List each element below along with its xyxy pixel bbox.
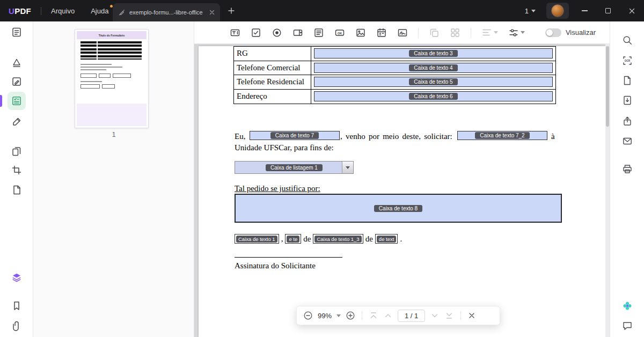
tab-close-icon[interactable]: [209, 10, 215, 15]
account-button[interactable]: [546, 3, 569, 19]
list-box-field[interactable]: Caixa de listagem 1: [235, 161, 354, 174]
checkbox-tool-icon[interactable]: [251, 27, 261, 38]
listbox-dropdown-button[interactable]: [342, 162, 353, 173]
text-field[interactable]: Caixa de texto 7_2: [457, 131, 547, 140]
menu-ajuda[interactable]: Ajuda: [91, 7, 108, 15]
first-page-button[interactable]: [369, 311, 378, 320]
sidebar-sign-icon[interactable]: [8, 113, 26, 131]
request-text-line2: Unidade UFSCar, para fins de:: [235, 143, 334, 152]
sidebar-organize-pages-icon[interactable]: [8, 142, 26, 160]
zoom-out-button[interactable]: [303, 311, 313, 320]
table-row: Endereço Caixa de texto 6: [234, 90, 555, 104]
sidebar-reader-icon[interactable]: [8, 23, 26, 41]
field-badge: Caixa de texto 5: [409, 78, 457, 85]
email-icon[interactable]: [622, 136, 633, 146]
sidebar-attachment-icon[interactable]: [8, 317, 26, 335]
ocr-glyph: OCR: [625, 60, 631, 62]
table-row: RG Caixa de texto 3: [234, 47, 555, 61]
zoom-level: 99%: [318, 312, 332, 320]
ocr-icon[interactable]: OCR: [622, 55, 633, 66]
sidebar-forms-icon[interactable]: [8, 92, 26, 110]
radio-button-tool-icon[interactable]: [272, 27, 282, 38]
window-minimize-button[interactable]: [576, 3, 592, 18]
sidebar-layers-icon[interactable]: [8, 268, 26, 287]
extract-icon[interactable]: [622, 95, 633, 106]
export-icon[interactable]: [622, 75, 633, 86]
request-text-pre: Eu,: [235, 132, 245, 141]
page-count-dropdown[interactable]: 1: [522, 5, 539, 17]
zoom-toolbar: 99% 1 / 1: [296, 306, 500, 325]
close-zoom-bar-button[interactable]: [467, 311, 476, 320]
textarea-field[interactable]: Caixa de texto 8: [235, 194, 562, 223]
page-indicator[interactable]: 1 / 1: [398, 310, 425, 322]
window-close-button[interactable]: [624, 3, 640, 18]
row-field-cell: Caixa de texto 5: [311, 75, 555, 89]
ok-button-glyph: OK: [338, 31, 342, 34]
row-field-cell: Caixa de texto 4: [311, 61, 555, 75]
field-badge: e te: [287, 236, 299, 243]
date-field-tool-icon[interactable]: [376, 27, 387, 38]
last-page-button[interactable]: [444, 311, 454, 320]
zoom-presets-caret[interactable]: [336, 314, 341, 317]
titlebar: U PDF Arquivo Ajuda exemplo-formu...-lib…: [0, 0, 644, 21]
share-icon[interactable]: [622, 116, 633, 127]
text-field-tool-icon[interactable]: [230, 27, 240, 38]
next-page-button[interactable]: [430, 311, 440, 320]
comments-icon[interactable]: [622, 320, 633, 331]
chevron-down-icon: [494, 31, 498, 34]
print-icon[interactable]: [622, 164, 633, 174]
image-field-tool-icon[interactable]: [355, 27, 366, 38]
menu-arquivo[interactable]: Arquivo: [51, 7, 75, 15]
align-fields-tool-icon: [481, 27, 492, 38]
document-tab[interactable]: exemplo-formu...-libre-office: [113, 3, 220, 21]
combo-box-tool-icon[interactable]: [292, 27, 303, 38]
ai-assistant-icon[interactable]: [622, 301, 633, 311]
text-field[interactable]: Caixa de texto 1: [235, 234, 279, 244]
sidebar-bookmark-icon[interactable]: [8, 297, 26, 315]
updf-logo: U PDF: [9, 6, 31, 16]
list-box-tool-icon[interactable]: [313, 27, 324, 38]
thumb-field-box: [99, 74, 111, 78]
preview-toggle[interactable]: [545, 28, 561, 37]
text-field[interactable]: e te: [285, 234, 301, 244]
search-icon[interactable]: [622, 35, 633, 46]
text-field[interactable]: Caixa de texto 3: [314, 48, 553, 58]
align-fields-dropdown[interactable]: [481, 27, 498, 38]
signature-field-tool-icon[interactable]: [397, 27, 408, 38]
text-field[interactable]: Caixa de texto 1_3: [313, 234, 363, 244]
text-field[interactable]: Caixa de texto 5: [314, 77, 553, 87]
field-badge: Caixa de texto 1: [236, 236, 277, 243]
new-tab-button[interactable]: [228, 7, 235, 14]
field-badge: Caixa de listagem 1: [266, 164, 323, 171]
row-label: Telefone Residencial: [234, 75, 311, 89]
sidebar-edit-icon[interactable]: [8, 72, 26, 91]
layout-fields-tool-icon[interactable]: [450, 27, 460, 38]
text-field[interactable]: de text: [375, 234, 398, 244]
thumb-title-band: Título do Formulário: [77, 31, 147, 39]
zoom-bar-separator: [460, 311, 461, 320]
titlebar-divider: [41, 7, 41, 15]
text-field[interactable]: Caixa de texto 6: [314, 91, 553, 101]
chevron-down-icon: [531, 10, 536, 12]
text-field[interactable]: Caixa de texto 7: [250, 131, 340, 140]
zoom-bar-separator: [362, 311, 362, 320]
push-button-tool-icon[interactable]: OK: [334, 27, 345, 38]
vertical-scrollbar: [605, 44, 610, 337]
scrollbar-thumb[interactable]: [606, 46, 609, 127]
right-sidebar: OCR: [610, 21, 644, 337]
window-maximize-button[interactable]: [600, 3, 616, 18]
request-text-mid: , venho por meio deste, solicitar:: [340, 132, 452, 141]
page-thumbnail[interactable]: Título do Formulário: [75, 30, 148, 128]
date-line: Caixa de texto 1 , e te de Caixa de text…: [235, 234, 402, 244]
sidebar-crop-icon[interactable]: [8, 161, 26, 179]
sidebar-convert-icon[interactable]: [8, 181, 26, 199]
previous-page-button[interactable]: [383, 311, 393, 320]
text-field[interactable]: Caixa de texto 4: [314, 63, 553, 73]
sidebar-annotate-icon[interactable]: [8, 54, 26, 72]
thumb-text-line: [80, 67, 122, 68]
field-badge: Caixa de texto 3: [409, 50, 457, 57]
field-properties-dropdown[interactable]: [508, 27, 525, 38]
duplicate-field-tool-icon[interactable]: [429, 27, 440, 38]
zoom-in-button[interactable]: [346, 311, 355, 320]
active-tool-indicator: [0, 95, 2, 107]
